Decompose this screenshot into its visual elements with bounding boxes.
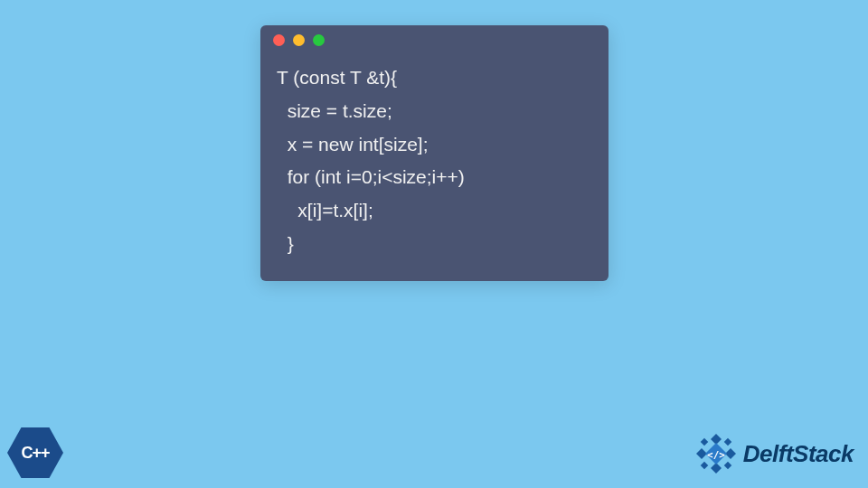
code-line: x = new int[size]; [277, 134, 429, 155]
close-icon[interactable] [273, 34, 285, 46]
svg-marker-4 [701, 438, 708, 446]
cpp-language-badge: C++ [7, 425, 63, 481]
badge-label: C++ [21, 444, 49, 463]
code-window: T (const T &t){ size = t.size; x = new i… [260, 25, 609, 281]
svg-text:</>: </> [707, 449, 725, 461]
maximize-icon[interactable] [313, 34, 325, 46]
code-line: x[i]=t.x[i]; [277, 200, 373, 221]
brand-logo-icon: </> [694, 432, 738, 475]
brand-name: DelftStack [743, 440, 854, 468]
brand-watermark: </> DelftStack [694, 432, 854, 475]
hexagon-icon: C++ [7, 425, 63, 481]
code-line: for (int i=0;i<size;i++) [277, 166, 465, 187]
window-titlebar [260, 25, 609, 54]
code-line: } [277, 233, 294, 254]
code-line: T (const T &t){ [277, 67, 397, 88]
code-block: T (const T &t){ size = t.size; x = new i… [260, 54, 609, 281]
minimize-icon[interactable] [293, 34, 305, 46]
svg-marker-5 [724, 438, 731, 446]
svg-marker-7 [724, 462, 731, 469]
svg-marker-6 [701, 462, 708, 469]
code-line: size = t.size; [277, 100, 392, 121]
